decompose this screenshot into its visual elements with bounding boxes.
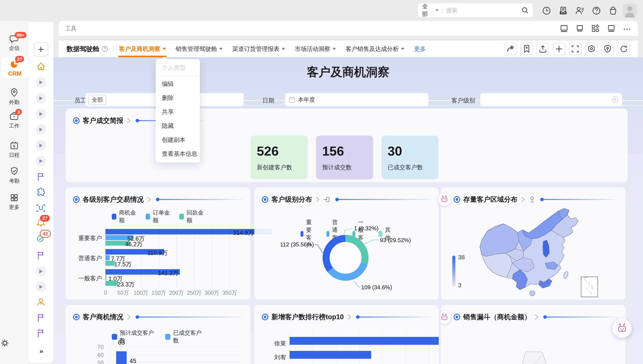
- global-search[interactable]: 全部: [418, 3, 533, 17]
- share-button[interactable]: [504, 42, 517, 55]
- sidebar-item-chat[interactable]: 99+ 企信: [0, 34, 29, 52]
- tab-sales-achievement[interactable]: 客户销售及达成分析: [346, 41, 404, 57]
- rank-bar[interactable]: [289, 337, 439, 345]
- customer-level-filter-input[interactable]: [480, 93, 622, 106]
- export-button[interactable]: [536, 42, 549, 55]
- person-app[interactable]: [36, 298, 46, 307]
- permission-shield-button[interactable]: [601, 42, 614, 55]
- app-shortcut-4[interactable]: [36, 124, 46, 135]
- app-shortcut-5[interactable]: [36, 140, 46, 151]
- task-circle-app[interactable]: 42: [36, 233, 46, 244]
- window-icon-3[interactable]: [607, 24, 616, 33]
- flag-app-2[interactable]: [37, 251, 45, 260]
- search-scope[interactable]: 全部: [422, 2, 433, 18]
- more-tabs-link[interactable]: 更多: [414, 45, 426, 53]
- bell-badge: 27: [40, 215, 50, 222]
- tab-sales-management[interactable]: 销售管理驾驶舱: [176, 41, 223, 57]
- rank-bar[interactable]: [289, 351, 371, 359]
- ai-bot-badge[interactable]: [441, 311, 451, 324]
- panel-customer-opportunity: 客户商机情况 预计成交客户数 已成交客户数 70 60 50 63 45: [66, 305, 250, 364]
- y-tick: 70: [98, 344, 104, 350]
- bar-value: 314.9万: [233, 229, 254, 237]
- clock-icon[interactable]: [541, 6, 552, 16]
- flag-app-3[interactable]: [37, 313, 45, 322]
- add-app-button[interactable]: [34, 42, 48, 56]
- puzzle-app[interactable]: [36, 188, 46, 197]
- sidebar-item-schedule[interactable]: 5 日程: [0, 141, 29, 158]
- app-shortcut-8[interactable]: [36, 282, 46, 292]
- chevron-right-icon[interactable]: [347, 314, 352, 320]
- legend-item[interactable]: 回款金额: [179, 209, 204, 224]
- apps-grid-icon[interactable]: [591, 24, 600, 33]
- bag-icon[interactable]: [608, 6, 618, 16]
- tab-channel-orders[interactable]: 渠道订货管理报表: [232, 41, 285, 57]
- menu-item-duplicate[interactable]: 创建副本: [156, 133, 200, 147]
- app-shortcut-6[interactable]: [36, 156, 46, 166]
- menu-item-share[interactable]: 共享: [156, 105, 200, 119]
- legend-item[interactable]: 订单金额: [146, 209, 170, 224]
- sidebar-item-attendance[interactable]: 考勤: [0, 166, 29, 184]
- legend-item[interactable]: 商机金额: [112, 209, 136, 224]
- settings-hexagon-button[interactable]: [585, 42, 598, 55]
- search-input[interactable]: [446, 7, 519, 14]
- section-title: 客户商机情况: [83, 312, 123, 322]
- bar-payment-amount[interactable]: [105, 281, 118, 286]
- tab-market-activity[interactable]: 市场活动洞察: [295, 41, 336, 57]
- legend-item[interactable]: 已成交客户数: [165, 329, 204, 344]
- avatar[interactable]: [623, 4, 637, 18]
- employee-filter-tag[interactable]: 全部: [88, 95, 106, 105]
- help-circle-icon[interactable]: [102, 46, 108, 52]
- column-expected-deals[interactable]: [116, 351, 127, 364]
- bar-payment-amount[interactable]: [105, 261, 115, 266]
- app-shortcut-1[interactable]: [36, 77, 46, 88]
- chevron-right-icon[interactable]: [534, 314, 539, 320]
- help-icon[interactable]: [591, 6, 601, 16]
- chevron-right-icon[interactable]: [126, 117, 131, 124]
- bookmark-add-button[interactable]: [520, 42, 533, 55]
- chevron-right-icon[interactable]: [126, 314, 131, 320]
- sidebar-label: 更多: [0, 204, 29, 210]
- sidebar-item-more[interactable]: 更多: [0, 193, 29, 210]
- menu-item-hide[interactable]: 隐藏: [156, 119, 200, 133]
- ai-assistant-button[interactable]: [612, 318, 632, 338]
- app-shortcut-3[interactable]: [36, 109, 46, 119]
- bar-order-amount[interactable]: [105, 255, 110, 260]
- window-icon-1[interactable]: [560, 24, 568, 33]
- home-button[interactable]: [36, 62, 46, 71]
- crm-pie-icon: 27: [10, 60, 20, 69]
- app-shortcut-7[interactable]: [36, 266, 46, 276]
- menu-item-view-info[interactable]: 查看基本信息: [156, 147, 200, 161]
- sidebar-item-crm[interactable]: 27 CRM: [1, 57, 29, 78]
- refresh-button[interactable]: [617, 42, 630, 55]
- flag-app-1[interactable]: [37, 172, 45, 181]
- settings-button[interactable]: [0, 338, 29, 348]
- date-filter-input[interactable]: 本年度: [285, 93, 428, 106]
- collapse-rail-button[interactable]: »: [40, 348, 43, 355]
- report-icon[interactable]: [558, 6, 568, 16]
- ai-bot-badge[interactable]: [438, 193, 451, 206]
- circle-plus-icon[interactable]: [611, 96, 619, 103]
- briefcase-icon: 3: [9, 112, 19, 121]
- chevron-down-icon: [162, 48, 166, 50]
- app-shortcut-2[interactable]: [36, 93, 46, 104]
- chevron-down-icon: [401, 48, 404, 50]
- sidebar-item-work[interactable]: 3 工作: [0, 112, 29, 129]
- sidebar-item-field[interactable]: 外勤: [0, 88, 29, 106]
- flag-app-4[interactable]: [37, 328, 45, 338]
- sidebar-label: 企信: [0, 44, 29, 52]
- tab-customer-opportunity-insight[interactable]: 客户及商机洞察: [119, 41, 166, 57]
- menu-item-delete[interactable]: 删除: [156, 91, 200, 105]
- section-accent-line: [544, 316, 618, 318]
- tools-tab[interactable]: 工具: [65, 25, 77, 32]
- add-chart-button[interactable]: [553, 42, 565, 55]
- window-icon-2[interactable]: [575, 24, 584, 33]
- bell-app[interactable]: 27: [36, 218, 46, 228]
- chevron-right-icon[interactable]: [147, 196, 152, 203]
- menu-item-edit[interactable]: 编辑: [156, 77, 200, 91]
- face-scan-app[interactable]: [36, 204, 46, 213]
- page-title: 客户及商机洞察: [53, 64, 643, 80]
- contacts-icon[interactable]: [575, 6, 585, 16]
- bar-order-amount[interactable]: [105, 275, 106, 280]
- fullscreen-button[interactable]: [569, 42, 581, 55]
- more-dots-icon[interactable]: [623, 24, 631, 33]
